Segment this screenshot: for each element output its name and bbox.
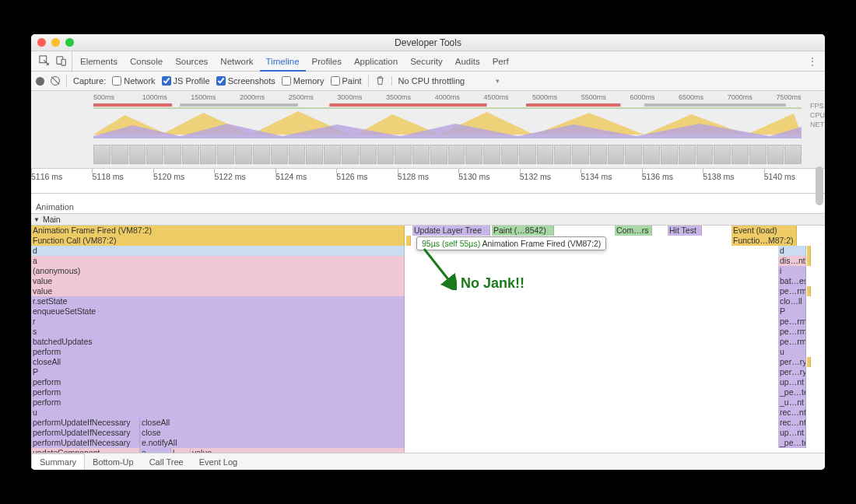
flame-bar[interactable]: enqueueSetState (31, 306, 405, 317)
screenshot-thumb[interactable] (625, 145, 642, 164)
tab-audits[interactable]: Audits (449, 53, 486, 70)
device-mode-icon[interactable] (56, 55, 67, 68)
flame-bar[interactable]: u (778, 347, 806, 357)
screenshot-thumb[interactable] (182, 145, 199, 164)
tab-application[interactable]: Application (348, 53, 404, 70)
screenshot-thumb[interactable] (767, 145, 784, 164)
flame-bar[interactable] (807, 286, 811, 296)
screenshot-thumb[interactable] (483, 145, 500, 164)
flame-bar[interactable]: up…nt (778, 377, 806, 387)
screenshot-thumb[interactable] (784, 145, 802, 164)
screenshot-thumb[interactable] (501, 145, 518, 164)
screenshot-thumb[interactable] (519, 145, 536, 164)
inspect-icon[interactable] (39, 55, 50, 68)
flame-bar[interactable]: Update Layer Tree (412, 226, 490, 236)
screenshot-thumb[interactable] (430, 145, 447, 164)
flame-bar[interactable] (406, 236, 411, 246)
flame-bar[interactable]: _pe…te (778, 387, 806, 397)
flame-bar[interactable]: closeAll (31, 357, 405, 367)
screenshot-thumb[interactable] (93, 145, 111, 164)
flame-bar[interactable]: pe…rm (778, 317, 806, 327)
record-button[interactable] (36, 77, 44, 86)
screenshot-thumb[interactable] (448, 145, 465, 164)
timeline-ruler[interactable]: 5116 ms5118 ms5120 ms5122 ms5124 ms5126 … (31, 169, 825, 194)
flame-bar[interactable]: value (31, 276, 405, 286)
screenshot-thumb[interactable] (200, 145, 217, 164)
screenshot-thumb[interactable] (164, 145, 181, 164)
details-tab-summary[interactable]: Summary (31, 453, 85, 470)
flame-bar[interactable]: per…ry (778, 357, 806, 367)
flame-bar[interactable]: P (778, 306, 806, 317)
overview-panel[interactable]: 500ms1000ms1500ms2000ms2500ms3000ms3500m… (31, 91, 825, 169)
scrollbar[interactable] (814, 34, 825, 453)
cpu-throttle-select[interactable]: No CPU throttling▾ (391, 76, 500, 86)
screenshot-thumb[interactable] (679, 145, 696, 164)
details-tab-call-tree[interactable]: Call Tree (142, 454, 191, 470)
flame-bar[interactable]: clo…ll (778, 296, 806, 306)
flame-bar[interactable]: d (778, 246, 806, 256)
flame-bar[interactable]: Animation Frame Fired (VM87:2) (31, 226, 405, 236)
tab-elements[interactable]: Elements (74, 53, 124, 70)
flame-bar[interactable]: l (171, 448, 191, 453)
details-tab-bottom-up[interactable]: Bottom-Up (85, 454, 142, 470)
flame-bar[interactable]: pe…rm (778, 327, 806, 337)
flame-bar[interactable]: Functio…M87:2) (731, 236, 797, 246)
flame-bar[interactable]: e.notifyAll (140, 438, 405, 448)
flame-bar[interactable]: (anonymous) (31, 266, 405, 276)
screenshot-thumb[interactable] (554, 145, 571, 164)
flame-bar[interactable]: updateComponent (31, 448, 140, 453)
capture-paint-checkbox[interactable]: Paint (331, 76, 362, 86)
tab-console[interactable]: Console (124, 53, 169, 70)
flame-bar[interactable]: value (191, 448, 405, 453)
flame-bar[interactable]: perform (31, 347, 405, 357)
screenshot-thumb[interactable] (608, 145, 625, 164)
screenshot-thumb[interactable] (537, 145, 554, 164)
flame-bar[interactable]: pe…rm (778, 337, 806, 347)
screenshot-thumb[interactable] (731, 145, 749, 164)
screenshot-thumb[interactable] (360, 145, 377, 164)
screenshot-thumb[interactable] (661, 145, 678, 164)
screenshot-thumb[interactable] (271, 145, 288, 164)
tab-perf[interactable]: Perf (486, 53, 515, 70)
flame-bar[interactable]: r (31, 317, 405, 327)
flame-bar[interactable]: perform (31, 397, 405, 408)
screenshot-thumb[interactable] (306, 145, 323, 164)
flame-bar[interactable]: value (31, 286, 405, 296)
flame-bar[interactable]: u (31, 408, 405, 418)
capture-screenshots-checkbox[interactable]: Screenshots (216, 76, 275, 86)
flame-bar[interactable]: per…ry (778, 367, 806, 377)
flame-bar[interactable]: pe…rm (778, 286, 806, 296)
flame-bar[interactable]: performUpdateIfNecessary (31, 418, 140, 428)
flame-bar[interactable] (807, 256, 811, 266)
flame-bar[interactable]: closeAll (140, 418, 405, 428)
flame-bar[interactable]: Hit Test (668, 226, 702, 236)
flame-bar[interactable]: r.setState (31, 296, 405, 306)
screenshot-thumb[interactable] (696, 145, 714, 164)
capture-network-checkbox[interactable]: Network (112, 76, 155, 86)
screenshot-thumb[interactable] (590, 145, 607, 164)
flame-bar[interactable]: rec…nt (778, 408, 806, 418)
screenshot-thumb[interactable] (217, 145, 234, 164)
flame-bar[interactable]: a (140, 448, 171, 453)
tab-sources[interactable]: Sources (169, 53, 214, 70)
flame-bar[interactable]: close (140, 428, 405, 438)
flame-bar[interactable]: perform (31, 387, 405, 397)
capture-memory-checkbox[interactable]: Memory (282, 76, 325, 86)
screenshot-thumb[interactable] (465, 145, 482, 164)
screenshot-thumb[interactable] (412, 145, 430, 164)
flame-bar[interactable]: s (31, 327, 405, 337)
flame-bar[interactable] (807, 246, 811, 256)
screenshot-thumb[interactable] (643, 145, 660, 164)
screenshot-thumb[interactable] (129, 145, 146, 164)
screenshot-thumb[interactable] (289, 145, 306, 164)
flame-bar[interactable]: dis…nt (778, 256, 806, 266)
screenshot-thumb[interactable] (377, 145, 395, 164)
screenshot-thumb[interactable] (395, 145, 412, 164)
main-thread-header[interactable]: ▼Main (31, 214, 825, 226)
screenshot-thumb[interactable] (253, 145, 270, 164)
screenshot-thumb[interactable] (342, 145, 359, 164)
flame-bar[interactable]: a (31, 256, 405, 266)
screenshot-thumb[interactable] (714, 145, 731, 164)
flame-bar[interactable]: i (778, 266, 806, 276)
flame-bar[interactable]: Function Call (VM87:2) (31, 236, 405, 246)
